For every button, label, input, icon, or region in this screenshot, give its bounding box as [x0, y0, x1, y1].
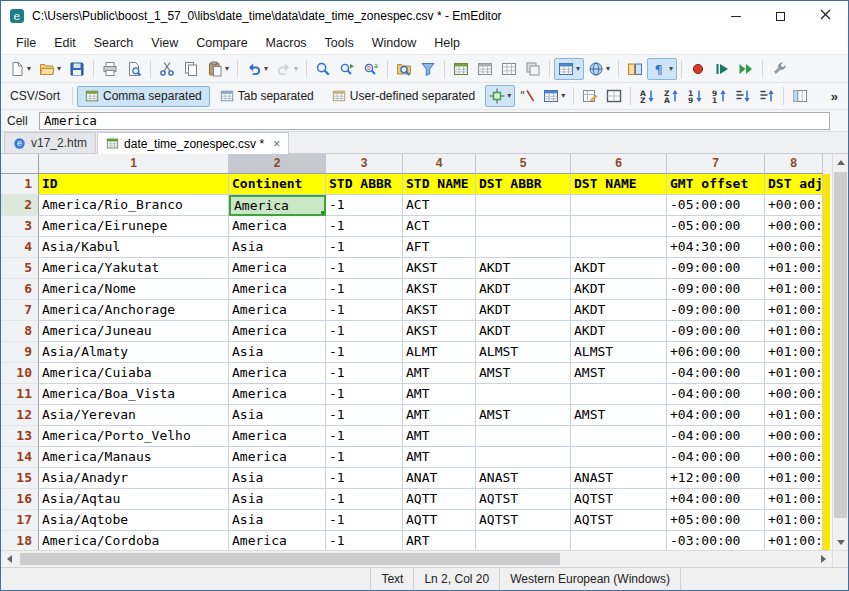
- grid-cell[interactable]: AKST: [403, 321, 476, 342]
- grid-cell[interactable]: AKST: [403, 300, 476, 321]
- table-borders-button[interactable]: [602, 85, 626, 107]
- scroll-right-arrow[interactable]: [815, 551, 832, 567]
- grid-cell[interactable]: AMST: [476, 363, 571, 384]
- grid-cell[interactable]: -1: [326, 510, 403, 531]
- grid-cell[interactable]: ART: [403, 531, 476, 550]
- grid-cell[interactable]: America/Boa_Vista: [39, 384, 229, 405]
- grid-cell[interactable]: STD ABBR: [326, 174, 403, 195]
- menu-compare[interactable]: Compare: [187, 33, 256, 53]
- grid-cell[interactable]: +01:00:: [765, 321, 823, 342]
- grid-cell[interactable]: +04:00:00: [667, 405, 765, 426]
- grid-cell[interactable]: +00:00:: [765, 237, 823, 258]
- grid-cell[interactable]: AQTT: [403, 510, 476, 531]
- marks-button[interactable]: ¶▾: [647, 58, 677, 80]
- menu-file[interactable]: File: [7, 33, 45, 53]
- grid-cell[interactable]: +00:00:: [765, 426, 823, 447]
- grid-cell[interactable]: AMST: [476, 405, 571, 426]
- grid-cell[interactable]: AKDT: [476, 321, 571, 342]
- grid-cell[interactable]: -1: [326, 279, 403, 300]
- grid-cell[interactable]: America/Anchorage: [39, 300, 229, 321]
- grid-cell[interactable]: America: [229, 300, 326, 321]
- grid-cell[interactable]: America: [229, 258, 326, 279]
- grid-cell[interactable]: AKDT: [476, 300, 571, 321]
- cell-value-input[interactable]: [39, 112, 830, 130]
- grid-cell[interactable]: Asia: [229, 237, 326, 258]
- maximize-button[interactable]: [758, 1, 803, 31]
- manage-columns-button[interactable]: [788, 85, 812, 107]
- grid-cell[interactable]: +06:00:00: [667, 342, 765, 363]
- grid-cell[interactable]: +01:00:: [765, 258, 823, 279]
- grid-cell[interactable]: AKST: [403, 258, 476, 279]
- grid-cell[interactable]: AFT: [403, 237, 476, 258]
- grid-cell[interactable]: America: [229, 195, 326, 216]
- csv-comma-button[interactable]: [449, 58, 473, 80]
- row-number[interactable]: 11: [1, 384, 39, 405]
- grid-cell[interactable]: America: [229, 447, 326, 468]
- row-number[interactable]: 13: [1, 426, 39, 447]
- scroll-left-arrow[interactable]: [1, 551, 18, 567]
- grid-cell[interactable]: [476, 447, 571, 468]
- document-tab-v17-2-htm[interactable]: ev17_2.htm: [4, 132, 96, 153]
- column-header-6[interactable]: 6: [571, 154, 667, 174]
- grid-cell[interactable]: AKDT: [571, 321, 667, 342]
- grid-cell[interactable]: AMT: [403, 363, 476, 384]
- grid-cell[interactable]: America: [229, 531, 326, 550]
- find-next-button[interactable]: [335, 58, 359, 80]
- grid-cell[interactable]: AKDT: [571, 258, 667, 279]
- row-number[interactable]: 6: [1, 279, 39, 300]
- vertical-scroll-track[interactable]: [833, 170, 848, 534]
- play-all-macros-button[interactable]: [734, 58, 758, 80]
- horizontal-scroll-thumb[interactable]: [20, 553, 560, 565]
- grid-cell[interactable]: [571, 531, 667, 550]
- grid-cell[interactable]: +01:00:: [765, 363, 823, 384]
- grid-cell[interactable]: ANAT: [403, 468, 476, 489]
- sort-za-descending-button[interactable]: ZA: [659, 85, 683, 107]
- grid-cell[interactable]: DST adj: [765, 174, 823, 195]
- sort-length-descending-button[interactable]: [755, 85, 779, 107]
- grid-cell[interactable]: -05:00:00: [667, 216, 765, 237]
- grid-cell[interactable]: +12:00:00: [667, 468, 765, 489]
- grid-cell[interactable]: AMT: [403, 426, 476, 447]
- grid-cell[interactable]: +00:00:: [765, 447, 823, 468]
- compare-files-button[interactable]: [623, 58, 647, 80]
- horizontal-scrollbar[interactable]: [1, 550, 832, 567]
- mode-comma-separated[interactable]: Comma separated: [77, 86, 210, 107]
- grid-cell[interactable]: -1: [326, 300, 403, 321]
- grid-cell[interactable]: [476, 237, 571, 258]
- row-number[interactable]: 7: [1, 300, 39, 321]
- grid-cell[interactable]: AQTST: [571, 489, 667, 510]
- grid-cell[interactable]: America: [229, 384, 326, 405]
- grid-cell[interactable]: AQTST: [476, 489, 571, 510]
- grid-cell[interactable]: America/Cuiaba: [39, 363, 229, 384]
- grid-cell[interactable]: -1: [326, 384, 403, 405]
- grid-cell[interactable]: ALMT: [403, 342, 476, 363]
- grid-cell[interactable]: -1: [326, 342, 403, 363]
- grid-cell[interactable]: ACT: [403, 216, 476, 237]
- grid-cell[interactable]: -03:00:00: [667, 531, 765, 550]
- record-macro-button[interactable]: [686, 58, 710, 80]
- grid-cell[interactable]: Asia/Yerevan: [39, 405, 229, 426]
- grid-cell[interactable]: AQTST: [571, 510, 667, 531]
- row-number[interactable]: 18: [1, 531, 39, 550]
- encoding-button[interactable]: ▾: [584, 58, 614, 80]
- find-button[interactable]: [311, 58, 335, 80]
- grid-cell[interactable]: -09:00:00: [667, 300, 765, 321]
- column-header-2[interactable]: 2: [229, 154, 326, 174]
- csv-toolbar-button[interactable]: ▾: [554, 58, 584, 80]
- grid-cell[interactable]: +01:00:: [765, 468, 823, 489]
- grid-cell[interactable]: AMT: [403, 384, 476, 405]
- grid-cell[interactable]: [571, 426, 667, 447]
- workspace-button[interactable]: [521, 58, 545, 80]
- scroll-down-arrow[interactable]: [833, 534, 848, 550]
- grid-cell[interactable]: +00:00:: [765, 216, 823, 237]
- paste-button[interactable]: ▾: [203, 58, 233, 80]
- grid-cell[interactable]: ANAST: [476, 468, 571, 489]
- open-folder-button[interactable]: ▾: [35, 58, 65, 80]
- csv-convert-button[interactable]: [473, 58, 497, 80]
- grid-cell[interactable]: +01:00:: [765, 405, 823, 426]
- grid-cell[interactable]: AMST: [571, 405, 667, 426]
- copy-button[interactable]: [179, 58, 203, 80]
- row-number[interactable]: 12: [1, 405, 39, 426]
- grid-cell[interactable]: -09:00:00: [667, 321, 765, 342]
- replace-button[interactable]: ba: [359, 58, 383, 80]
